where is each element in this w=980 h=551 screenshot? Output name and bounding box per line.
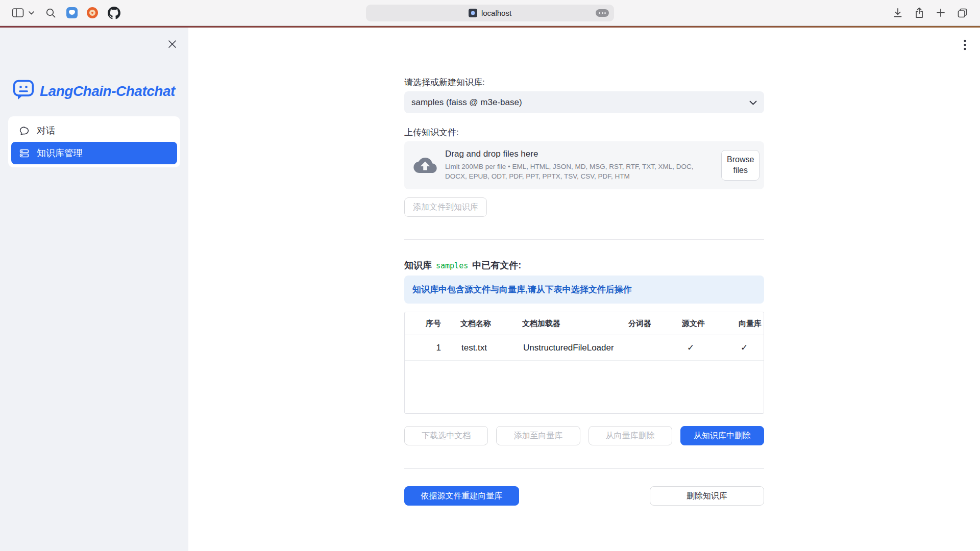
- kb-select[interactable]: samples (faiss @ m3e-base): [404, 91, 764, 113]
- download-selected-button[interactable]: 下载选中文档: [404, 426, 488, 445]
- dropzone-text: Drag and drop files here Limit 200MB per…: [445, 149, 713, 182]
- toolbar-right-group: [891, 6, 973, 19]
- knowledge-base-icon: [18, 148, 30, 159]
- divider-bottom: [404, 468, 764, 469]
- cell-source-check: ✓: [673, 342, 729, 353]
- kb-files-title-suffix: 中已有文件:: [472, 259, 521, 271]
- logo-chat-bubble-icon: [12, 79, 35, 104]
- share-icon[interactable]: [913, 6, 926, 19]
- browse-files-button[interactable]: Browse files: [721, 150, 760, 181]
- nav-label-dialogue: 对话: [37, 124, 55, 137]
- sidebar-nav: 对话 知识库管理: [8, 116, 180, 167]
- toolbar-left-group: [7, 6, 120, 19]
- rebuild-vector-store-button[interactable]: 依据源文件重建向量库: [404, 486, 519, 506]
- search-icon[interactable]: [44, 6, 57, 19]
- new-tab-icon[interactable]: [934, 6, 947, 19]
- browser-toolbar: localhost: [0, 0, 980, 26]
- address-bar[interactable]: localhost: [366, 5, 614, 21]
- divider-upload: [404, 239, 764, 240]
- sidebar-item-kb-management[interactable]: 知识库管理: [11, 142, 177, 164]
- app-logo: LangChain-Chatchat: [12, 79, 175, 104]
- col-header-doc-name[interactable]: 文档名称: [451, 319, 513, 329]
- extension-blue-icon[interactable]: [66, 7, 78, 18]
- main-area: 请选择或新建知识库: samples (faiss @ m3e-base) 上传…: [188, 28, 980, 551]
- sidebar-close-icon[interactable]: [167, 39, 177, 49]
- download-icon[interactable]: [891, 6, 904, 19]
- kb-bottom-actions: 依据源文件重建向量库 删除知识库: [404, 486, 764, 506]
- cell-doc-name: test.txt: [451, 343, 513, 353]
- cell-loader: UnstructuredFileLoader: [513, 343, 619, 353]
- more-options-icon[interactable]: [596, 9, 609, 17]
- cell-index: 1: [405, 343, 451, 353]
- select-chevron-down-icon: [749, 97, 757, 108]
- sidebar: LangChain-Chatchat 对话 知识库管理: [0, 28, 188, 551]
- sidebar-item-dialogue[interactable]: 对话: [11, 119, 177, 142]
- col-header-vector-store[interactable]: 向量库: [729, 319, 763, 329]
- content-column: 请选择或新建知识库: samples (faiss @ m3e-base) 上传…: [404, 28, 764, 506]
- add-files-to-kb-button[interactable]: 添加文件到知识库: [404, 197, 487, 217]
- info-banner-text: 知识库中包含源文件与向量库,请从下表中选择文件后操作: [412, 284, 632, 295]
- nav-label-kb-management: 知识库管理: [37, 147, 83, 159]
- github-extension-icon[interactable]: [107, 6, 120, 19]
- info-banner: 知识库中包含源文件与向量库,请从下表中选择文件后操作: [404, 276, 764, 304]
- kb-select-value: samples (faiss @ m3e-base): [411, 97, 522, 108]
- url-text: localhost: [481, 9, 511, 17]
- site-favicon-icon: [469, 9, 477, 17]
- table-header-row: 序号 文档名称 文档加载器 分词器 源文件 向量库: [405, 312, 764, 335]
- col-header-loader[interactable]: 文档加载器: [513, 319, 619, 329]
- chat-bubble-icon: [18, 126, 30, 136]
- cell-vector-check: ✓: [729, 342, 763, 353]
- tabs-overview-icon[interactable]: [955, 6, 969, 19]
- upload-label: 上传知识文件:: [404, 127, 764, 138]
- logo-text: LangChain-Chatchat: [40, 83, 175, 99]
- dropzone-limit: Limit 200MB per file • EML, HTML, JSON, …: [445, 162, 713, 182]
- extension-orange-icon[interactable]: [87, 7, 98, 18]
- table-row[interactable]: 1 test.txt UnstructuredFileLoader ✓ ✓: [405, 335, 764, 361]
- files-table: 序号 文档名称 文档加载器 分词器 源文件 向量库 1 test.txt Uns…: [404, 312, 764, 414]
- app-window: LangChain-Chatchat 对话 知识库管理 请选择或新建知识库:: [0, 28, 980, 551]
- dropzone-title: Drag and drop files here: [445, 149, 713, 159]
- col-header-index[interactable]: 序号: [405, 319, 451, 329]
- chevron-down-icon[interactable]: [28, 6, 35, 19]
- sidebar-toggle-icon[interactable]: [11, 6, 24, 19]
- cloud-upload-icon: [413, 157, 437, 174]
- kb-name-code: samples: [436, 261, 468, 270]
- remove-from-vector-button[interactable]: 从向量库删除: [589, 426, 672, 445]
- file-actions-row: 下载选中文档 添加至向量库 从向量库删除 从知识库中删除: [404, 426, 764, 445]
- delete-from-kb-button[interactable]: 从知识库中删除: [680, 426, 764, 445]
- file-dropzone[interactable]: Drag and drop files here Limit 200MB per…: [404, 141, 764, 189]
- add-to-vector-button[interactable]: 添加至向量库: [496, 426, 580, 445]
- kb-select-label: 请选择或新建知识库:: [404, 77, 764, 88]
- col-header-splitter[interactable]: 分词器: [619, 319, 673, 329]
- col-header-source-file[interactable]: 源文件: [673, 319, 729, 329]
- kebab-menu-icon[interactable]: [959, 38, 971, 52]
- kb-files-title-prefix: 知识库: [404, 259, 432, 271]
- kb-files-title: 知识库 samples 中已有文件:: [404, 259, 764, 271]
- delete-kb-button[interactable]: 删除知识库: [650, 486, 764, 506]
